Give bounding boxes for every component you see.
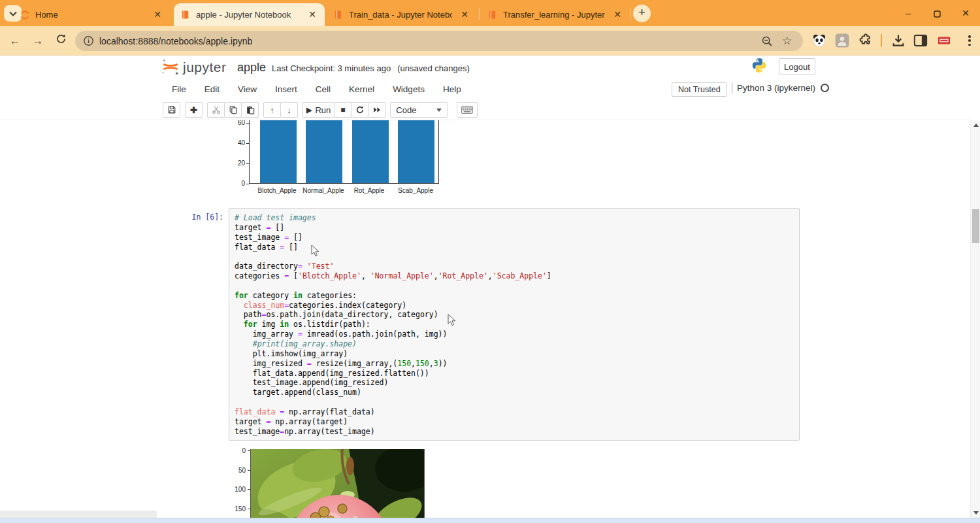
browser-menu-kebab-icon[interactable] (964, 34, 975, 47)
tab-divider (630, 8, 630, 20)
kernel-name[interactable]: Python 3 (ipykernel) (737, 83, 815, 93)
tab-close-icon[interactable]: ✕ (459, 9, 470, 21)
code-line[interactable]: test_image.append(img_resized) (235, 378, 794, 388)
profile-extension-icon[interactable] (835, 33, 849, 48)
code-line[interactable]: img_array = imread(os.path.join(path, im… (235, 329, 794, 339)
code-line[interactable]: test_image=np.array(test_image) (235, 427, 794, 437)
menu-item-edit[interactable]: Edit (195, 84, 229, 94)
code-line[interactable]: path=os.path.join(data_directory, catego… (235, 310, 794, 320)
code-cell[interactable]: # Load test imagestarget = []test_image … (229, 208, 800, 441)
code-line[interactable]: flat_data = np.array(flat_data) (235, 407, 794, 417)
chart-category-label: Rot_Apple (343, 187, 395, 194)
back-button[interactable]: ← (7, 33, 24, 50)
code-token: np.array(flat_data) (284, 407, 374, 416)
paste-cell-button[interactable] (241, 102, 259, 118)
bar-chart-plot-area (249, 120, 439, 184)
zoom-out-icon[interactable] (761, 35, 773, 47)
menu-item-kernel[interactable]: Kernel (340, 84, 384, 94)
browser-toolbar: ← → localhost:8888/notebooks/apple.ipynb… (0, 26, 980, 56)
code-line[interactable] (235, 281, 794, 291)
menu-item-help[interactable]: Help (434, 84, 470, 94)
tab-apple-jupyter-notebook[interactable]: apple - Jupyter Notebook✕ (174, 3, 325, 26)
window-minimize-button[interactable]: – (894, 0, 923, 26)
tab-close-icon[interactable]: ✕ (152, 9, 163, 21)
tab-home[interactable]: Home✕ (13, 3, 170, 26)
chart-ytick-mark (246, 163, 249, 164)
run-button[interactable]: ▶Run (302, 102, 335, 118)
code-line[interactable]: for img in os.listdir(path): (235, 320, 794, 329)
chevron-down-icon (436, 109, 442, 112)
menu-item-insert[interactable]: Insert (266, 84, 306, 94)
code-line[interactable]: data_directory= 'Test' (235, 262, 794, 271)
copy-cell-button[interactable] (224, 102, 242, 118)
code-line[interactable] (235, 397, 794, 407)
code-line[interactable]: test_image = [] (235, 233, 794, 243)
jupyter-logo[interactable]: jupyter (161, 58, 227, 76)
page-scrollbar[interactable] (970, 120, 980, 518)
menu-item-file[interactable]: File (163, 84, 195, 94)
new-tab-button[interactable]: + (633, 5, 651, 22)
notebook-orange-icon (333, 10, 344, 20)
tab-train-data-jupyter-notebook[interactable]: Train_data - Jupyter Notebook✕ (327, 3, 477, 26)
adblock-extension-icon[interactable] (937, 33, 951, 48)
bar-blotch-apple (260, 120, 297, 183)
code-token: flat_data (235, 243, 280, 252)
tab-close-icon[interactable]: ✕ (306, 9, 318, 21)
code-line[interactable]: class_num=categories.index(category) (235, 301, 794, 311)
code-line[interactable]: #print(img_array.shape) (235, 339, 794, 349)
logout-button[interactable]: Logout (779, 58, 815, 75)
menu-item-cell[interactable]: Cell (306, 84, 340, 94)
notebook-content[interactable]: 0204060Blotch_AppleNormal_AppleRot_Apple… (0, 120, 970, 518)
restart-kernel-button[interactable] (351, 102, 368, 118)
cut-cell-button[interactable] (207, 102, 225, 118)
tab-title: Transfer_learning - Jupyter No (503, 10, 605, 20)
scrollbar-down-arrow-icon[interactable] (971, 508, 980, 518)
code-line[interactable]: plt.imshow(img_array) (235, 349, 794, 359)
restart-run-all-button[interactable] (368, 102, 385, 118)
code-token (235, 301, 244, 310)
url-text[interactable]: localhost:8888/notebooks/apple.ipynb (99, 36, 761, 46)
code-line[interactable]: for category in categories: (235, 291, 794, 301)
code-line[interactable]: flat_data.append(img_resized.flatten()) (235, 369, 794, 379)
code-line[interactable]: categories = ['Blotch_Apple', 'Normal_Ap… (235, 271, 794, 281)
notebook-title[interactable]: apple (237, 61, 266, 75)
code-line[interactable]: target = [] (235, 223, 794, 233)
window-close-button[interactable]: × (951, 0, 980, 26)
menu-item-widgets[interactable]: Widgets (384, 84, 434, 94)
code-token: target (235, 417, 266, 426)
forward-button[interactable]: → (29, 33, 46, 50)
code-token: 150 (397, 359, 411, 368)
download-icon[interactable] (891, 33, 906, 48)
tab-close-icon[interactable]: ✕ (612, 9, 623, 21)
window-maximize-button[interactable] (923, 0, 951, 26)
site-info-icon[interactable] (83, 35, 94, 46)
address-bar[interactable]: localhost:8888/notebooks/apple.ipynb ☆ (75, 31, 803, 51)
add-cell-button[interactable]: ✚ (185, 102, 203, 118)
panda-extension-icon[interactable] (812, 33, 826, 48)
code-token: np.array(test_image) (284, 427, 374, 436)
not-trusted-button[interactable]: Not Trusted (672, 82, 727, 97)
bar-scab-apple (398, 120, 434, 183)
move-cell-up-button[interactable]: ↑ (263, 102, 281, 118)
command-palette-button[interactable] (457, 102, 478, 118)
code-line[interactable]: target.append(class_num) (235, 388, 794, 397)
reload-button[interactable] (52, 33, 69, 50)
toolbar-divider (881, 34, 882, 47)
cell-type-select[interactable]: Code (390, 102, 448, 118)
scrollbar-up-arrow-icon[interactable] (971, 120, 980, 130)
scrollbar-thumb[interactable] (972, 209, 979, 243)
notebook-orange-icon (180, 10, 191, 20)
extensions-puzzle-icon[interactable] (858, 33, 872, 48)
code-line[interactable]: target = np.array(target) (235, 417, 794, 427)
bookmark-star-icon[interactable]: ☆ (782, 35, 794, 47)
menu-item-view[interactable]: View (229, 84, 266, 94)
stop-kernel-button[interactable]: ■ (334, 102, 351, 118)
jupyter-header: jupyter apple Last Checkpoint: 3 minutes… (0, 56, 970, 79)
toolbar-buttons-row: ✚↑↓▶Run■Code (163, 102, 478, 118)
tab-transfer-learning-jupyter-no[interactable]: Transfer_learning - Jupyter No✕ (481, 3, 630, 26)
side-panel-icon[interactable] (913, 33, 928, 48)
save-button[interactable] (163, 102, 180, 118)
code-line[interactable]: # Load test images (235, 213, 794, 223)
code-line[interactable]: img_resized = resize(img_array,(150,150,… (235, 359, 794, 369)
move-cell-down-button[interactable]: ↓ (280, 102, 298, 118)
